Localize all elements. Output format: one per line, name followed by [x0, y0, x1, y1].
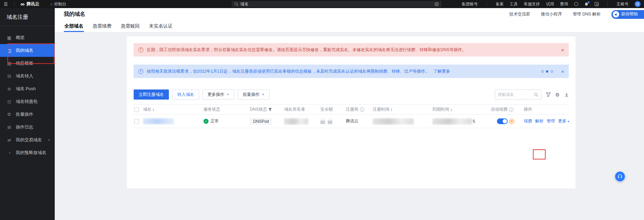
global-search-input[interactable] — [240, 2, 432, 6]
console-link[interactable]: ⌂ 控制台 — [50, 1, 66, 7]
nav-tools[interactable]: 工具 — [510, 1, 518, 7]
avatar[interactable]: 信 — [635, 1, 641, 7]
col-operations: 操作 — [524, 107, 569, 112]
nav-trial[interactable]: 试用 — [546, 1, 554, 7]
transfer-in-icon: ⊟ — [7, 74, 12, 79]
info-template-icon: ▤ — [7, 61, 12, 66]
domain-name-redacted[interactable] — [143, 118, 174, 124]
sidebar-item-transfer-in[interactable]: ⊟ 域名转入 — [0, 70, 55, 82]
cloud-logo-icon: ∞ — [20, 1, 25, 7]
get-help-button[interactable]: 获得帮助 — [611, 10, 644, 19]
carousel-dots — [541, 70, 553, 73]
gear-icon[interactable]: ⚙ — [555, 92, 560, 97]
domain-search-input[interactable] — [498, 92, 532, 97]
voucher-icon[interactable] — [574, 2, 578, 6]
sidebar-item-overview[interactable]: ▦ 概览 — [0, 31, 55, 44]
tab-bar: 全部域名 急需续费 急需赎回 未实名认证 — [55, 21, 644, 32]
lock-icon[interactable] — [320, 120, 325, 124]
info-icon[interactable]: i — [360, 107, 364, 112]
sidebar-item-info-template[interactable]: ▤ 信息模板 — [0, 57, 55, 70]
info-icon[interactable]: i — [509, 107, 513, 112]
sidebar-item-trade-domains[interactable]: ⇄ 我的交易域名 ∨ — [0, 134, 55, 146]
transfer-in-button[interactable]: 转入域名 — [172, 89, 199, 100]
more-actions-dropdown[interactable]: 更多操作 ▼ — [202, 89, 234, 100]
download-icon[interactable] — [564, 93, 569, 97]
global-search[interactable]: × — [232, 1, 442, 7]
sidebar-title: 域名注册 — [0, 8, 55, 26]
operation-log-icon: ⊞ — [7, 125, 12, 130]
link-manage-dns[interactable]: 管理 DNS 解析 — [573, 11, 601, 17]
warning-icon: ! — [138, 47, 143, 52]
tab-all-domains[interactable]: 全部域名 — [64, 21, 84, 32]
expiration-time-redacted — [432, 118, 472, 124]
filter-icon[interactable] — [268, 108, 272, 111]
col-registration-time: 注册时间 — [373, 107, 389, 112]
more-dropdown-link[interactable]: 更多 ▾ — [558, 118, 569, 124]
transfer-lock-icon[interactable] — [328, 120, 332, 124]
sidebar-item-batch-operation[interactable]: ⧉ 批量操作 — [0, 108, 55, 121]
sidebar-item-domain-push[interactable]: ⊜ 域名 Push — [0, 82, 55, 95]
filter-icon[interactable] — [546, 93, 551, 97]
nav-support[interactable]: 客服支持 — [524, 1, 540, 7]
auto-renew-toggle[interactable] — [497, 118, 508, 124]
nav-icp[interactable]: 备案 — [496, 1, 504, 7]
close-icon[interactable]: × — [561, 47, 564, 53]
chevron-down-icon: ∨ — [48, 138, 50, 142]
console-config-icon[interactable] — [595, 2, 599, 6]
resolve-link[interactable]: 解析 — [535, 118, 544, 124]
clear-search-icon[interactable]: × — [434, 2, 439, 6]
customer-service-button[interactable] — [615, 172, 625, 181]
table-header: 域名 ▴▾ 服务状态 DNS状态 域名所有者 安全锁 注册商 i 注册时间 ▴▾ — [134, 104, 569, 115]
carousel-dot[interactable] — [541, 70, 544, 73]
link-tech-group[interactable]: 技术交流群 — [509, 11, 531, 17]
table-row: ✓ 正常 DNSPod 腾讯云 5 惠 — [134, 115, 569, 128]
link-wechat-miniprogram[interactable]: 微信小程序 — [541, 11, 562, 17]
batch-actions-dropdown[interactable]: 批量操作 ▼ — [238, 89, 270, 100]
sidebar-item-discount-package[interactable]: ⊡ 域名特惠包 — [0, 95, 55, 108]
status-ok-icon: ✓ — [203, 119, 209, 124]
divider — [487, 2, 487, 6]
content-area: ! 近期，因工信部加强域名实名要求，部分存量域名实名信息需要修改。请按页面提示尽… — [55, 32, 644, 220]
chevron-down-icon: ▾ — [567, 120, 569, 123]
registrar-value: 腾讯云 — [346, 118, 373, 124]
page-title: 我的域名 — [64, 11, 85, 18]
renew-link[interactable]: 续费 — [524, 118, 532, 124]
brand-name: 腾讯云 — [26, 1, 39, 7]
bell-icon[interactable] — [584, 2, 589, 6]
col-service-status: 服务状态 — [203, 107, 250, 112]
sidebar-item-pre-release-domains[interactable]: ◔ 我的预释放域名 — [0, 146, 55, 159]
sort-icon[interactable]: ▴▾ — [153, 108, 154, 111]
expiration-suffix: 5 — [473, 119, 475, 124]
select-all-checkbox[interactable] — [134, 107, 139, 112]
row-checkbox[interactable] — [134, 119, 139, 124]
account-menu[interactable]: 主账号 — [616, 1, 629, 7]
carousel-dot[interactable] — [551, 70, 553, 73]
carousel-dot-active[interactable] — [546, 70, 548, 73]
domains-card: ! 近期，因工信部加强域名实名要求，部分存量域名实名信息需要修改。请按页面提示尽… — [127, 36, 576, 188]
domain-search-box[interactable] — [495, 89, 541, 100]
tab-need-redeem[interactable]: 急需赎回 — [120, 21, 140, 32]
col-registrar: 注册商 — [346, 107, 359, 112]
col-security-lock: 安全锁 — [320, 107, 346, 112]
nav-billing[interactable]: 费用 — [560, 1, 568, 7]
col-expiration-time: 到期时间 — [432, 107, 449, 112]
hamburger-menu-icon[interactable]: ☰ — [0, 2, 11, 7]
console-icon: ⌂ — [50, 2, 52, 6]
promo-badge[interactable]: 惠 — [509, 119, 514, 124]
search-icon — [234, 2, 238, 6]
sidebar-item-operation-log[interactable]: ⊞ 操作日志 — [0, 121, 55, 134]
tab-need-renewal[interactable]: 急需续费 — [92, 21, 112, 32]
learn-more-link[interactable]: 了解更多 — [433, 69, 450, 74]
pre-release-icon: ◔ — [7, 150, 12, 155]
sort-icon[interactable]: ▴▾ — [451, 108, 452, 111]
sort-icon[interactable]: ▴▾ — [391, 108, 392, 111]
tencent-cloud-logo[interactable]: ∞ 腾讯云 — [20, 1, 39, 7]
manage-link[interactable]: 管理 — [547, 118, 555, 124]
warning-banner: ! 近期，因工信部加强域名实名要求，部分存量域名实名信息需要修改。请按页面提示尽… — [134, 43, 569, 57]
search-icon — [534, 93, 538, 97]
tab-not-verified[interactable]: 未实名认证 — [148, 21, 173, 32]
nav-group-account[interactable]: 集团账号 — [462, 1, 478, 7]
close-icon[interactable]: × — [561, 69, 564, 74]
register-domain-button[interactable]: 立即注册域名 — [134, 89, 169, 100]
sidebar-item-my-domains[interactable]: ◫ 我的域名 — [0, 44, 55, 57]
